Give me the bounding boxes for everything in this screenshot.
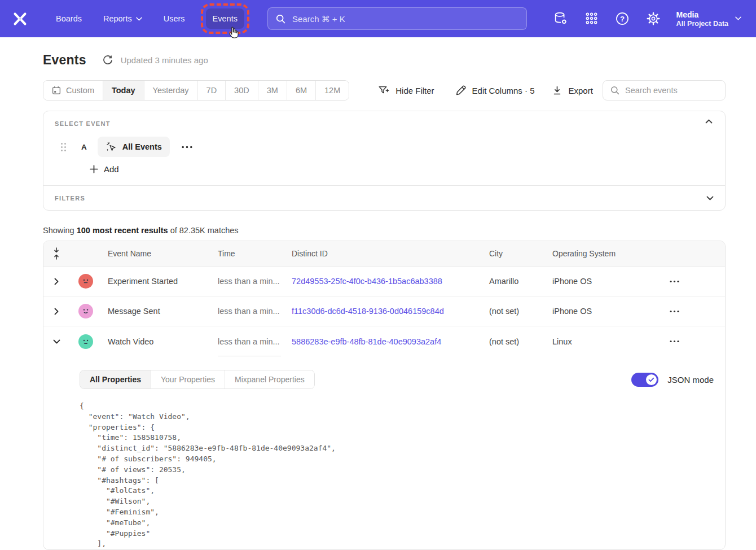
event-avatar: [78, 304, 93, 318]
table-row: Experiment Started less than a min... 72…: [43, 267, 725, 296]
table-row: Message Sent less than a min... f11c30d6…: [43, 296, 725, 326]
data-management-icon[interactable]: [554, 12, 568, 25]
expand-row-icon[interactable]: [43, 278, 69, 285]
collapse-all-rows-icon[interactable]: [43, 247, 69, 260]
refresh-icon[interactable]: [103, 55, 113, 66]
cell-event-name: Experiment Started: [108, 277, 218, 286]
search-icon: [276, 14, 285, 24]
selected-event-label: All Events: [122, 142, 162, 151]
cell-city: (not set): [489, 337, 552, 346]
tab-your-properties[interactable]: Your Properties: [151, 370, 225, 389]
expand-filters-icon[interactable]: [706, 196, 714, 200]
date-range-30d[interactable]: 30D: [225, 81, 258, 100]
event-json: { "event": "Watch Video", "properties": …: [80, 401, 714, 549]
nav-item-reports-label: Reports: [103, 14, 132, 23]
column-header-event-name: Event Name: [108, 249, 218, 258]
page-header: Events Updated 3 minutes ago: [43, 53, 726, 68]
json-mode-toggle[interactable]: [631, 373, 658, 387]
cell-distinct-id-link[interactable]: 72d49553-25fc-4f0c-b436-1b5ac6ab3388: [292, 277, 489, 286]
row-more-options-icon[interactable]: [660, 280, 725, 283]
event-selector-chip[interactable]: All Events: [98, 137, 170, 157]
clause-letter: A: [81, 143, 87, 151]
properties-tabs: All Properties Your Properties Mixpanel …: [80, 370, 315, 389]
plus-icon: [90, 165, 98, 173]
date-range-3m[interactable]: 3M: [258, 81, 287, 100]
date-range-picker: Custom Today Yesterday 7D 30D 3M 6M 12M: [43, 80, 349, 101]
summary-suffix: of 82.35K matches: [168, 226, 239, 235]
help-icon[interactable]: ?: [616, 12, 629, 25]
expand-row-icon[interactable]: [43, 308, 69, 315]
page-title: Events: [43, 53, 86, 68]
cursor-pointer-icon: [227, 26, 239, 40]
summary-prefix: Showing: [43, 226, 77, 235]
tab-mixpanel-properties[interactable]: Mixpanel Properties: [225, 370, 314, 389]
svg-text:?: ?: [620, 15, 625, 23]
event-avatar: [78, 334, 93, 349]
select-event-label: SELECT EVENT: [55, 120, 714, 127]
date-range-yesterday[interactable]: Yesterday: [144, 81, 197, 100]
date-range-custom[interactable]: Custom: [43, 81, 103, 100]
apps-grid-icon[interactable]: [585, 12, 598, 25]
main-content: Events Updated 3 minutes ago Custom: [0, 37, 756, 550]
hide-filter-label: Hide Filter: [395, 86, 434, 95]
date-range-7d[interactable]: 7D: [197, 81, 226, 100]
tab-all-properties[interactable]: All Properties: [80, 370, 151, 389]
collapse-section-icon[interactable]: [705, 119, 713, 124]
project-name: Media: [676, 10, 728, 20]
export-button[interactable]: Export: [552, 86, 592, 95]
global-search-input[interactable]: [292, 14, 518, 24]
filter-funnel-icon: [379, 86, 389, 95]
nav-right-group: ? Media All Project Data: [554, 10, 741, 28]
hide-filter-button[interactable]: Hide Filter: [379, 86, 434, 95]
mixpanel-logo-icon[interactable]: [12, 11, 28, 27]
add-label: Add: [104, 164, 119, 174]
table-row-expanded: Watch Video less than a min... 5886283e-…: [43, 326, 725, 356]
search-icon: [610, 86, 619, 95]
nav-item-users[interactable]: Users: [157, 8, 192, 29]
cell-distinct-id-link[interactable]: f11c30d6-dc6d-4518-9136-0d046159c84d: [292, 307, 489, 316]
search-events-input[interactable]: [625, 86, 718, 95]
column-header-city: City: [489, 249, 552, 258]
toolbar: Custom Today Yesterday 7D 30D 3M 6M 12M …: [43, 80, 726, 101]
global-search: [267, 7, 527, 30]
column-header-distinct-id: Distinct ID: [292, 249, 489, 258]
date-range-today[interactable]: Today: [103, 81, 144, 100]
query-builder-card: SELECT EVENT A: [43, 111, 726, 211]
event-detail-panel: All Properties Your Properties Mixpanel …: [43, 356, 725, 549]
cell-city: Amarillo: [489, 277, 552, 286]
results-summary: Showing 100 most recent results of 82.35…: [43, 226, 726, 235]
cell-time: less than a min...: [218, 337, 292, 346]
date-range-6m[interactable]: 6M: [287, 81, 315, 100]
download-icon: [552, 86, 562, 95]
project-switcher[interactable]: Media All Project Data: [676, 10, 741, 28]
row-more-options-icon[interactable]: [660, 340, 725, 343]
settings-gear-icon[interactable]: [647, 12, 660, 25]
collapse-row-icon[interactable]: [43, 339, 69, 344]
search-events-field: [603, 80, 726, 101]
cell-os: iPhone OS: [552, 307, 660, 316]
nav-item-boards[interactable]: Boards: [49, 8, 89, 29]
last-updated-text: Updated 3 minutes ago: [121, 55, 208, 65]
cell-event-name: Message Sent: [108, 307, 218, 316]
clause-more-options-icon[interactable]: [179, 143, 195, 151]
project-scope: All Project Data: [676, 20, 728, 28]
edit-columns-button[interactable]: Edit Columns · 5: [456, 85, 535, 95]
event-clause-row: A All Events: [55, 137, 714, 157]
cell-os: iPhone OS: [552, 277, 660, 286]
drag-handle-icon[interactable]: [60, 142, 67, 152]
row-more-options-icon[interactable]: [660, 310, 725, 313]
calendar-icon: [52, 86, 61, 95]
date-range-12m[interactable]: 12M: [315, 81, 349, 100]
nav-menu: Boards Reports Users Events: [49, 8, 250, 29]
edit-columns-label: Edit Columns · 5: [472, 86, 535, 95]
top-nav: Boards Reports Users Events: [0, 0, 756, 37]
event-avatar: [78, 274, 93, 289]
nav-item-reports[interactable]: Reports: [96, 8, 149, 29]
table-header-row: Event Name Time Distinct ID City Operati…: [43, 241, 725, 267]
click-target-annotation: Events: [201, 3, 249, 34]
cell-os: Linux: [552, 337, 660, 346]
add-event-button[interactable]: Add: [90, 164, 119, 174]
export-label: Export: [568, 86, 592, 95]
cell-distinct-id-link[interactable]: 5886283e-e9fb-48fb-81de-40e9093a2af4: [292, 337, 489, 346]
pencil-icon: [456, 85, 466, 95]
